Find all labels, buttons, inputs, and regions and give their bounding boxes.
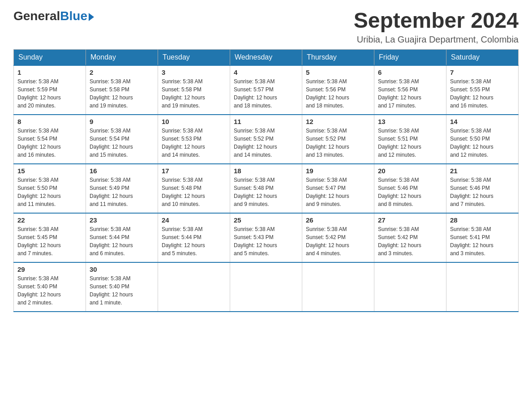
day-number: 25 — [234, 216, 298, 224]
calendar-cell: 23 Sunrise: 5:38 AMSunset: 5:44 PMDaylig… — [86, 213, 158, 262]
day-number: 14 — [450, 118, 515, 125]
day-info: Sunrise: 5:38 AMSunset: 5:49 PMDaylight:… — [90, 177, 133, 207]
calendar-cell: 22 Sunrise: 5:38 AMSunset: 5:45 PMDaylig… — [14, 213, 86, 262]
calendar-week-row: 15 Sunrise: 5:38 AMSunset: 5:50 PMDaylig… — [14, 164, 519, 213]
column-header-sunday: Sunday — [14, 49, 86, 65]
calendar-cell: 1 Sunrise: 5:38 AMSunset: 5:59 PMDayligh… — [14, 65, 86, 115]
day-info: Sunrise: 5:38 AMSunset: 5:57 PMDaylight:… — [234, 78, 277, 109]
calendar-cell — [374, 262, 446, 312]
calendar-cell: 4 Sunrise: 5:38 AMSunset: 5:57 PMDayligh… — [230, 65, 302, 115]
day-info: Sunrise: 5:38 AMSunset: 5:52 PMDaylight:… — [234, 128, 277, 158]
calendar-cell: 9 Sunrise: 5:38 AMSunset: 5:54 PMDayligh… — [86, 115, 158, 164]
day-number: 27 — [378, 216, 442, 224]
day-info: Sunrise: 5:38 AMSunset: 5:44 PMDaylight:… — [162, 226, 205, 257]
day-info: Sunrise: 5:38 AMSunset: 5:54 PMDaylight:… — [17, 128, 61, 158]
calendar-cell: 19 Sunrise: 5:38 AMSunset: 5:47 PMDaylig… — [302, 164, 374, 213]
calendar-week-row: 22 Sunrise: 5:38 AMSunset: 5:45 PMDaylig… — [14, 213, 519, 262]
day-info: Sunrise: 5:38 AMSunset: 5:55 PMDaylight:… — [450, 78, 493, 109]
day-info: Sunrise: 5:38 AMSunset: 5:47 PMDaylight:… — [306, 177, 349, 207]
column-header-thursday: Thursday — [302, 49, 374, 65]
day-number: 20 — [378, 167, 442, 175]
calendar-cell: 11 Sunrise: 5:38 AMSunset: 5:52 PMDaylig… — [230, 115, 302, 164]
calendar-cell: 2 Sunrise: 5:38 AMSunset: 5:58 PMDayligh… — [86, 65, 158, 115]
calendar-cell: 24 Sunrise: 5:38 AMSunset: 5:44 PMDaylig… — [158, 213, 230, 262]
calendar-cell — [158, 262, 230, 312]
day-number: 8 — [17, 118, 82, 125]
calendar-cell: 15 Sunrise: 5:38 AMSunset: 5:50 PMDaylig… — [14, 164, 86, 213]
day-number: 26 — [306, 216, 370, 224]
calendar-cell — [302, 262, 374, 312]
calendar-cell: 30 Sunrise: 5:38 AMSunset: 5:40 PMDaylig… — [86, 262, 158, 312]
calendar-cell: 10 Sunrise: 5:38 AMSunset: 5:53 PMDaylig… — [158, 115, 230, 164]
day-info: Sunrise: 5:38 AMSunset: 5:41 PMDaylight:… — [450, 226, 493, 257]
day-info: Sunrise: 5:38 AMSunset: 5:44 PMDaylight:… — [90, 226, 133, 257]
day-info: Sunrise: 5:38 AMSunset: 5:54 PMDaylight:… — [90, 128, 133, 158]
calendar-table: SundayMondayTuesdayWednesdayThursdayFrid… — [13, 49, 519, 312]
calendar-cell: 8 Sunrise: 5:38 AMSunset: 5:54 PMDayligh… — [14, 115, 86, 164]
day-number: 11 — [234, 118, 298, 125]
day-info: Sunrise: 5:38 AMSunset: 5:45 PMDaylight:… — [17, 226, 61, 257]
calendar-cell: 20 Sunrise: 5:38 AMSunset: 5:46 PMDaylig… — [374, 164, 446, 213]
calendar-cell — [446, 262, 519, 312]
calendar-cell: 29 Sunrise: 5:38 AMSunset: 5:40 PMDaylig… — [14, 262, 86, 312]
logo: General Blue — [13, 9, 94, 23]
calendar-week-row: 29 Sunrise: 5:38 AMSunset: 5:40 PMDaylig… — [14, 262, 519, 312]
day-number: 6 — [378, 68, 442, 76]
calendar-header-row: SundayMondayTuesdayWednesdayThursdayFrid… — [14, 49, 519, 65]
calendar-cell: 12 Sunrise: 5:38 AMSunset: 5:52 PMDaylig… — [302, 115, 374, 164]
day-number: 18 — [234, 167, 298, 175]
day-info: Sunrise: 5:38 AMSunset: 5:51 PMDaylight:… — [378, 128, 421, 158]
day-number: 5 — [306, 68, 370, 76]
day-info: Sunrise: 5:38 AMSunset: 5:48 PMDaylight:… — [162, 177, 205, 207]
day-number: 30 — [90, 265, 154, 273]
day-info: Sunrise: 5:38 AMSunset: 5:50 PMDaylight:… — [450, 128, 493, 158]
day-info: Sunrise: 5:38 AMSunset: 5:43 PMDaylight:… — [234, 226, 277, 257]
day-number: 3 — [162, 68, 226, 76]
calendar-cell: 25 Sunrise: 5:38 AMSunset: 5:43 PMDaylig… — [230, 213, 302, 262]
day-info: Sunrise: 5:38 AMSunset: 5:56 PMDaylight:… — [306, 78, 349, 109]
day-info: Sunrise: 5:38 AMSunset: 5:50 PMDaylight:… — [17, 177, 61, 207]
calendar-cell: 27 Sunrise: 5:38 AMSunset: 5:42 PMDaylig… — [374, 213, 446, 262]
logo-arrow-icon — [89, 13, 94, 21]
day-info: Sunrise: 5:38 AMSunset: 5:40 PMDaylight:… — [17, 275, 61, 306]
day-number: 23 — [90, 216, 154, 224]
calendar-week-row: 8 Sunrise: 5:38 AMSunset: 5:54 PMDayligh… — [14, 115, 519, 164]
day-info: Sunrise: 5:38 AMSunset: 5:59 PMDaylight:… — [17, 78, 61, 109]
day-info: Sunrise: 5:38 AMSunset: 5:42 PMDaylight:… — [378, 226, 421, 257]
day-info: Sunrise: 5:38 AMSunset: 5:46 PMDaylight:… — [378, 177, 421, 207]
calendar-cell: 18 Sunrise: 5:38 AMSunset: 5:48 PMDaylig… — [230, 164, 302, 213]
calendar-cell: 13 Sunrise: 5:38 AMSunset: 5:51 PMDaylig… — [374, 115, 446, 164]
day-number: 17 — [162, 167, 226, 175]
day-number: 7 — [450, 68, 515, 76]
page-title: September 2024 — [354, 9, 519, 33]
calendar-cell: 5 Sunrise: 5:38 AMSunset: 5:56 PMDayligh… — [302, 65, 374, 115]
calendar-cell: 26 Sunrise: 5:38 AMSunset: 5:42 PMDaylig… — [302, 213, 374, 262]
day-info: Sunrise: 5:38 AMSunset: 5:52 PMDaylight:… — [306, 128, 349, 158]
calendar-cell: 14 Sunrise: 5:38 AMSunset: 5:50 PMDaylig… — [446, 115, 519, 164]
calendar-week-row: 1 Sunrise: 5:38 AMSunset: 5:59 PMDayligh… — [14, 65, 519, 115]
day-number: 9 — [90, 118, 154, 125]
day-number: 16 — [90, 167, 154, 175]
day-info: Sunrise: 5:38 AMSunset: 5:53 PMDaylight:… — [162, 128, 205, 158]
day-info: Sunrise: 5:38 AMSunset: 5:58 PMDaylight:… — [90, 78, 133, 109]
day-number: 22 — [17, 216, 82, 224]
location-subtitle: Uribia, La Guajira Department, Colombia — [354, 34, 519, 45]
day-number: 28 — [450, 216, 515, 224]
column-header-tuesday: Tuesday — [158, 49, 230, 65]
calendar-cell: 28 Sunrise: 5:38 AMSunset: 5:41 PMDaylig… — [446, 213, 519, 262]
day-info: Sunrise: 5:38 AMSunset: 5:46 PMDaylight:… — [450, 177, 493, 207]
column-header-wednesday: Wednesday — [230, 49, 302, 65]
calendar-cell: 3 Sunrise: 5:38 AMSunset: 5:58 PMDayligh… — [158, 65, 230, 115]
day-info: Sunrise: 5:38 AMSunset: 5:56 PMDaylight:… — [378, 78, 421, 109]
day-number: 13 — [378, 118, 442, 125]
column-header-monday: Monday — [86, 49, 158, 65]
column-header-friday: Friday — [374, 49, 446, 65]
day-number: 19 — [306, 167, 370, 175]
day-number: 4 — [234, 68, 298, 76]
day-number: 29 — [17, 265, 82, 273]
day-number: 10 — [162, 118, 226, 125]
day-number: 12 — [306, 118, 370, 125]
calendar-cell: 6 Sunrise: 5:38 AMSunset: 5:56 PMDayligh… — [374, 65, 446, 115]
day-info: Sunrise: 5:38 AMSunset: 5:42 PMDaylight:… — [306, 226, 349, 257]
day-info: Sunrise: 5:38 AMSunset: 5:48 PMDaylight:… — [234, 177, 277, 207]
